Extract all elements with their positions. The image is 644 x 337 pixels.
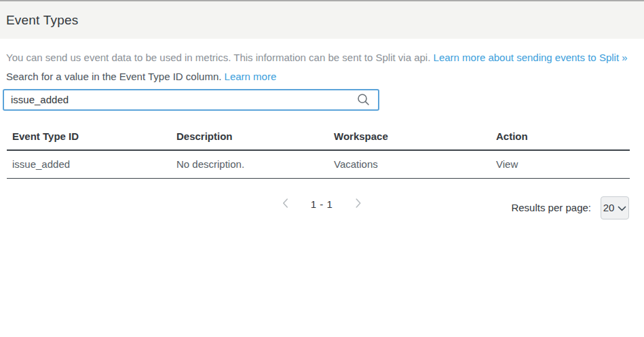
search-box [3,89,379,111]
intro-text: You can send us event data to be used in… [6,52,639,65]
page-title: Event Types [6,13,78,28]
column-header-action: Action [491,122,630,150]
learn-more-link[interactable]: Learn more [225,71,277,82]
search-input[interactable] [4,90,357,109]
view-action-link[interactable]: View [491,150,630,179]
page-range-label: 1 - 1 [311,198,333,210]
table-row: issue_added No description. Vacations Vi… [7,150,630,179]
results-per-page-label: Results per page: [511,202,591,213]
next-page-button[interactable] [353,196,363,212]
results-per-page-select[interactable]: 20 [601,196,629,219]
table-header-row: Event Type ID Description Workspace Acti… [7,122,630,150]
column-header-event-type-id: Event Type ID [7,122,171,150]
page-header: Event Types [0,1,644,39]
results-per-page-group: Results per page: 20 [511,196,629,219]
cell-workspace: Vacations [328,150,491,179]
column-header-workspace: Workspace [328,122,491,150]
learn-more-sending-events-link[interactable]: Learn more about sending events to Split… [434,52,628,63]
event-types-table: Event Type ID Description Workspace Acti… [7,122,630,179]
search-icon [357,93,370,106]
pagination-bar: 1 - 1 Results per page: 20 [0,196,644,221]
intro-text-body: You can send us event data to be used in… [6,52,434,63]
results-per-page-value: 20 [603,202,615,213]
previous-page-button[interactable] [280,196,290,212]
chevron-left-icon [282,198,289,211]
search-hint-text: Search for a value in the Event Type ID … [6,71,639,82]
column-header-description: Description [171,122,328,150]
cell-description: No description. [171,150,328,179]
chevron-down-icon [618,202,626,213]
cell-event-type-id: issue_added [7,150,171,179]
search-hint-body: Search for a value in the Event Type ID … [6,71,225,82]
pager-controls: 1 - 1 [280,196,364,212]
chevron-right-icon [354,198,362,211]
